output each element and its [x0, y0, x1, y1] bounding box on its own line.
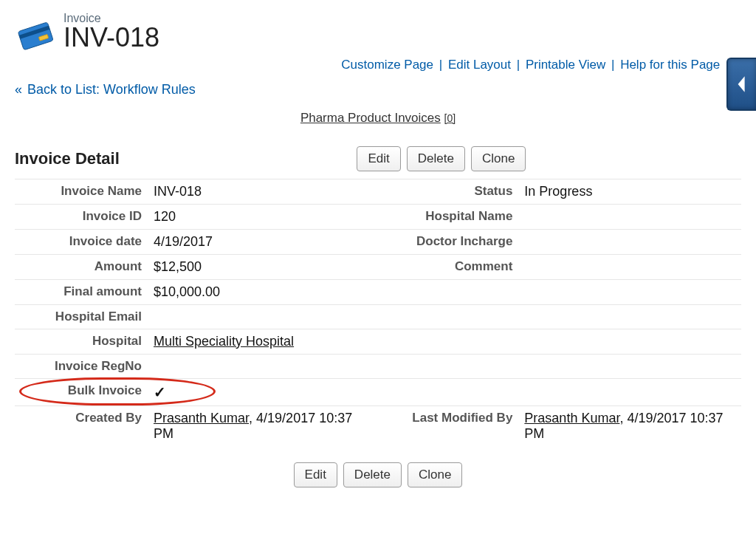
- label-invoice-name: Invoice Name: [15, 179, 148, 204]
- top-links-bar: Customize Page | Edit Layout | Printable…: [15, 58, 741, 73]
- value-final-amount: $10,000.00: [148, 279, 371, 304]
- value-amount: $12,500: [148, 254, 371, 279]
- printable-view-link[interactable]: Printable View: [526, 58, 605, 72]
- clone-button[interactable]: Clone: [471, 146, 526, 171]
- record-name: INV-018: [63, 22, 159, 53]
- label-doctor-incharge: Doctor Incharge: [371, 229, 518, 254]
- delete-button-bottom[interactable]: Delete: [343, 462, 402, 487]
- value-hospital-name: [518, 204, 741, 229]
- label-hospital-email: Hospital Email: [15, 304, 148, 329]
- clone-button-bottom[interactable]: Clone: [408, 462, 462, 487]
- value-invoice-name: INV-018: [148, 179, 371, 204]
- label-last-modified-by: Last Modified By: [371, 405, 518, 446]
- value-hospital-email: [148, 304, 371, 329]
- label-hospital: Hospital: [15, 329, 148, 354]
- value-invoice-date: 4/19/2017: [148, 229, 371, 254]
- value-bulk-invoice-check-icon: ✓: [154, 384, 166, 400]
- related-list-count: [0]: [444, 112, 456, 124]
- label-amount: Amount: [15, 254, 148, 279]
- separator: |: [609, 58, 616, 72]
- label-invoice-regno: Invoice RegNo: [15, 354, 148, 378]
- help-link[interactable]: Help for this Page: [620, 58, 720, 72]
- label-bulk-invoice: Bulk Invoice: [68, 383, 142, 397]
- edit-button-bottom[interactable]: Edit: [294, 462, 337, 487]
- chevron-left-icon: [735, 74, 749, 95]
- separator: |: [515, 58, 522, 72]
- value-invoice-regno: [148, 354, 371, 378]
- value-status: In Progress: [518, 179, 741, 204]
- back-to-list-link[interactable]: Back to List: Workflow Rules: [27, 82, 196, 97]
- customize-page-link[interactable]: Customize Page: [341, 58, 433, 72]
- value-doctor-incharge: [518, 229, 741, 254]
- edit-layout-link[interactable]: Edit Layout: [448, 58, 511, 72]
- label-invoice-id: Invoice ID: [15, 204, 148, 229]
- back-caret-icon: «: [15, 82, 22, 97]
- svg-marker-3: [738, 76, 745, 92]
- detail-table: Invoice Name INV-018 Status In Progress …: [15, 179, 741, 446]
- invoice-icon: [15, 15, 56, 56]
- section-title: Invoice Detail: [15, 149, 120, 168]
- delete-button[interactable]: Delete: [407, 146, 465, 171]
- value-invoice-id: 120: [148, 204, 371, 229]
- value-hospital-link[interactable]: Multi Speciality Hospital: [154, 334, 294, 349]
- label-invoice-date: Invoice date: [15, 229, 148, 254]
- edit-button[interactable]: Edit: [357, 146, 400, 171]
- side-panel-toggle[interactable]: [726, 58, 756, 111]
- label-created-by: Created By: [15, 405, 148, 446]
- value-created-by-user-link[interactable]: Prasanth Kumar: [154, 411, 249, 425]
- value-last-modified-by-user-link[interactable]: Prasanth Kumar: [524, 411, 619, 425]
- label-status: Status: [371, 179, 518, 204]
- label-final-amount: Final amount: [15, 279, 148, 304]
- separator: |: [437, 58, 444, 72]
- label-hospital-name: Hospital Name: [371, 204, 518, 229]
- label-comment: Comment: [371, 254, 518, 279]
- related-list-link[interactable]: Pharma Product Invoices: [300, 111, 441, 125]
- value-comment: [518, 254, 741, 279]
